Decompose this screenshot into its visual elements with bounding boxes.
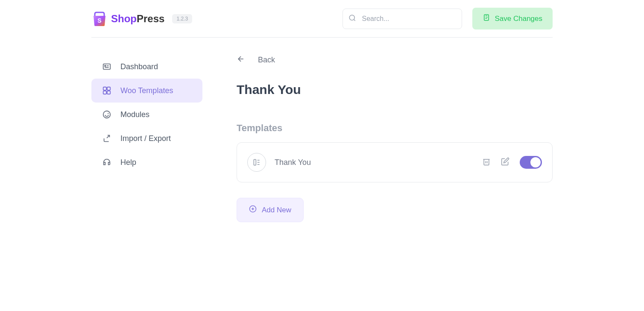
svg-rect-10 [103, 91, 106, 94]
svg-rect-11 [107, 91, 110, 94]
back-button[interactable]: Back [237, 55, 553, 65]
back-label: Back [258, 56, 275, 65]
sidebar-item-modules[interactable]: Modules [91, 103, 202, 126]
search-box [342, 9, 462, 29]
template-toggle[interactable] [520, 156, 542, 169]
add-new-button[interactable]: Add New [237, 198, 304, 222]
templates-icon [102, 85, 112, 96]
logo-icon: S [91, 11, 108, 27]
svg-text:S: S [97, 17, 101, 24]
template-type-icon [247, 153, 266, 172]
svg-rect-8 [103, 87, 106, 90]
search-icon [348, 14, 356, 23]
help-icon [102, 157, 112, 167]
svg-rect-4 [103, 64, 111, 70]
main: Dashboard Woo Templates [91, 38, 553, 222]
logo[interactable]: S ShopPress [91, 11, 164, 27]
sidebar-item-label: Woo Templates [120, 86, 173, 95]
import-export-icon [102, 133, 112, 144]
svg-point-1 [350, 15, 355, 20]
header-right: Save Changes [342, 8, 553, 29]
sidebar-item-label: Dashboard [120, 62, 158, 71]
sidebar-item-label: Help [120, 158, 136, 167]
svg-rect-3 [484, 15, 489, 21]
logo-text: ShopPress [111, 13, 164, 25]
save-label: Save Changes [495, 15, 542, 23]
page-title: Thank You [237, 82, 553, 97]
logo-section: S ShopPress 1.2.3 [91, 11, 192, 27]
svg-rect-9 [107, 87, 110, 90]
sidebar-item-import-export[interactable]: Import / Export [91, 126, 202, 150]
svg-point-12 [103, 111, 111, 118]
sidebar-item-help[interactable]: Help [91, 150, 202, 174]
sidebar-item-label: Import / Export [120, 134, 171, 143]
plus-circle-icon [249, 205, 257, 215]
version-badge: 1.2.3 [172, 14, 192, 23]
svg-rect-14 [254, 159, 256, 165]
svg-point-5 [105, 65, 106, 67]
save-changes-button[interactable]: Save Changes [472, 8, 553, 29]
modules-icon [102, 109, 112, 120]
sidebar-item-label: Modules [120, 110, 149, 119]
add-new-label: Add New [262, 206, 291, 214]
edit-icon[interactable] [501, 157, 509, 167]
header: S ShopPress 1.2.3 [91, 0, 553, 38]
template-name: Thank You [275, 158, 474, 167]
arrow-left-icon [237, 55, 245, 65]
sidebar-item-dashboard[interactable]: Dashboard [91, 55, 202, 79]
dashboard-icon [102, 62, 112, 72]
content: Back Thank You Templates Thank You [220, 55, 553, 222]
sidebar-item-woo-templates[interactable]: Woo Templates [91, 79, 202, 103]
template-card: Thank You [237, 142, 553, 182]
svg-line-2 [354, 19, 355, 21]
template-actions [482, 156, 542, 169]
section-title: Templates [237, 123, 553, 134]
delete-icon[interactable] [482, 157, 491, 167]
save-icon [483, 14, 490, 23]
search-input[interactable] [342, 9, 462, 29]
sidebar: Dashboard Woo Templates [91, 55, 220, 222]
